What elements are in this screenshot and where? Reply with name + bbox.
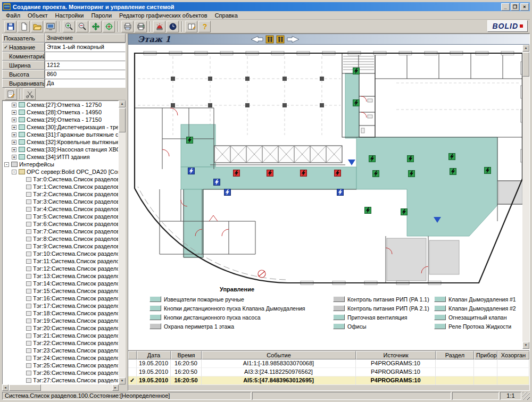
tree-item[interactable]: Тэг:15:Система.Список разделов.40.Состоя… xyxy=(3,287,118,295)
fire-green-marker[interactable] xyxy=(186,137,193,144)
scroll-thumb[interactable] xyxy=(9,384,41,391)
tree-item[interactable]: Тэг:11:Система.Список разделов.31.Состоя… xyxy=(3,257,118,265)
scroll-up-icon[interactable] xyxy=(522,45,529,52)
help-button[interactable]: ? xyxy=(198,21,211,32)
scroll-left-icon[interactable] xyxy=(2,384,9,391)
preview-button[interactable] xyxy=(44,21,56,32)
valve-triangle-marker[interactable] xyxy=(348,160,355,165)
tree-toggle[interactable]: - xyxy=(12,170,16,174)
menu-item[interactable]: Редактор графических объектов xyxy=(115,12,211,19)
edit-scheme-button[interactable] xyxy=(5,88,17,100)
legend-swatch[interactable] xyxy=(434,296,446,302)
scroll-up-icon[interactable] xyxy=(119,100,126,107)
menu-item[interactable]: Настройки xyxy=(52,12,88,19)
tree-item[interactable]: Тэг:9:Система.Список разделов.23.Состоян… xyxy=(3,242,118,250)
event-row[interactable]: 19.05.2010 16:20:50 AI3:3:[24.1182250976… xyxy=(128,368,529,376)
tree-item[interactable]: Тэг:14:Система.Список разделов.34.Состоя… xyxy=(3,280,118,287)
legend-swatch[interactable] xyxy=(434,305,446,311)
legend-swatch[interactable] xyxy=(333,314,345,320)
tree-item[interactable]: Тэг:23:Система.Список разделов.53.Состоя… xyxy=(3,347,118,354)
export-button[interactable] xyxy=(121,21,134,32)
menu-item[interactable]: Файл xyxy=(2,12,24,19)
column-header-event[interactable]: Событие xyxy=(202,351,356,359)
tree-item[interactable]: Тэг:2:Система.Список разделов.3.Состояни… xyxy=(3,190,118,198)
tree-item[interactable]: Тэг:20:Система.Список разделов.50.Состоя… xyxy=(3,324,118,332)
journal-button[interactable] xyxy=(185,21,197,32)
property-value[interactable] xyxy=(45,52,126,61)
alarm-button[interactable] xyxy=(153,21,165,32)
tree-item[interactable]: - OPC сервер:Bolid OPC_DA20 [CoreOrion O… xyxy=(3,168,118,175)
tree-item[interactable]: Тэг:25:Система.Список разделов.60.Состоя… xyxy=(3,362,118,369)
fire-green-marker[interactable] xyxy=(448,153,455,160)
tree-item[interactable]: Тэг:13:Система.Список разделов.33.Состоя… xyxy=(3,272,118,280)
legend-swatch[interactable] xyxy=(149,323,161,329)
tree-item[interactable]: Тэг:12:Система.Список разделов.32.Состоя… xyxy=(3,265,118,272)
legend-swatch[interactable] xyxy=(333,323,345,329)
fire-green-marker[interactable] xyxy=(407,155,414,162)
tree-toggle[interactable]: + xyxy=(12,118,16,122)
fire-red-marker[interactable] xyxy=(233,170,240,177)
tree-item[interactable]: Тэг:0:Система.Список разделов.1.Состояни… xyxy=(3,175,118,183)
tree-toggle[interactable]: - xyxy=(4,162,9,167)
resize-grip[interactable] xyxy=(522,392,530,400)
legend-swatch[interactable] xyxy=(149,305,161,311)
device-blue-marker[interactable] xyxy=(213,179,220,186)
tree-item[interactable]: Тэг:17:Система.Список разделов.42.Состоя… xyxy=(3,302,118,309)
tree-item[interactable]: Тэг:3:Система.Список разделов.10.Состоян… xyxy=(3,198,118,205)
scroll-down-icon[interactable] xyxy=(522,342,529,349)
event-row[interactable]: 19.05.2010 16:20:50 AI1:1:[-18.985830307… xyxy=(128,359,529,368)
close-button[interactable]: × xyxy=(520,3,529,11)
scroll-thumb[interactable] xyxy=(522,52,529,77)
nav-left-arrow-icon[interactable] xyxy=(251,36,263,43)
plan-vertical-scrollbar[interactable] xyxy=(522,45,529,349)
legend-swatch[interactable] xyxy=(333,305,345,311)
tree-item[interactable]: + Схема:[30]:Диспетчеризация - тревоги и… xyxy=(3,123,118,131)
tree-vertical-scrollbar[interactable] xyxy=(119,100,126,384)
tree-item[interactable]: Тэг:7:Система.Список разделов.21.Состоян… xyxy=(3,228,118,235)
tree-horizontal-scrollbar[interactable] xyxy=(2,384,119,391)
menu-item[interactable]: Пароли xyxy=(87,12,115,19)
column-header-source[interactable]: Источник xyxy=(356,351,436,359)
legend-swatch[interactable] xyxy=(434,323,446,329)
property-value[interactable]: 860 xyxy=(45,70,126,79)
tree-item[interactable]: Тэг:19:Система.Список разделов.44.Состоя… xyxy=(3,317,118,324)
menu-item[interactable]: Справка xyxy=(211,12,242,19)
tree-item[interactable]: + Схема:[28]:Отметка - 14950 xyxy=(3,108,118,116)
fire-green-marker[interactable] xyxy=(408,170,415,177)
property-value[interactable]: Да xyxy=(45,79,126,88)
tree-item[interactable]: Тэг:27:Система.Список разделов.101.Состо… xyxy=(3,376,118,384)
nav-right-arrow-icon[interactable] xyxy=(287,36,300,43)
zoom-in-button[interactable] xyxy=(63,21,75,32)
column-header-time[interactable]: Время xyxy=(171,351,202,359)
center-view-button[interactable] xyxy=(103,21,115,32)
fire-green-marker[interactable] xyxy=(369,155,376,162)
tree-item[interactable]: Тэг:6:Система.Список разделов.20.Состоян… xyxy=(3,220,118,228)
tree-item[interactable]: + Схема:[29]:Отметка - 17150 xyxy=(3,116,118,123)
floor-plan-canvas[interactable]: Управление Извещатели пожарные ручные Кн… xyxy=(128,45,523,349)
property-value[interactable]: 1212 xyxy=(45,61,126,70)
minimize-button[interactable]: _ xyxy=(501,3,510,11)
tree-item[interactable]: Тэг:24:Система.Список разделов.54.Состоя… xyxy=(3,354,118,362)
legend-swatch[interactable] xyxy=(434,314,446,320)
fire-red-marker[interactable] xyxy=(267,170,273,177)
fire-green-marker[interactable] xyxy=(484,167,491,174)
save-button[interactable] xyxy=(4,21,16,32)
scroll-thumb[interactable] xyxy=(119,108,126,132)
tree-item[interactable]: + Схема:[32]:Кровельные вытяжные системы xyxy=(3,138,118,146)
scroll-down-icon[interactable] xyxy=(119,378,126,384)
tree-item[interactable]: Тэг:10:Система.Список разделов.30.Состоя… xyxy=(3,250,118,257)
tree-item[interactable]: Тэг:22:Система.Список разделов.52.Состоя… xyxy=(3,339,118,347)
tree-item[interactable]: Тэг:8:Система.Список разделов.22.Состоян… xyxy=(3,235,118,242)
tree-item[interactable]: + Схема:[34]:ИТП здания xyxy=(3,153,118,161)
cut-button[interactable] xyxy=(23,88,36,100)
device-blue-marker[interactable] xyxy=(188,168,195,174)
tree-item[interactable]: Тэг:4:Система.Список разделов.11.Состоян… xyxy=(3,205,118,213)
column-header-date[interactable]: Дата xyxy=(137,351,171,359)
tree-item[interactable]: Тэг:21:Система.Список разделов.51.Состоя… xyxy=(3,332,118,339)
device-blue-marker[interactable] xyxy=(337,189,344,196)
tree-toggle[interactable]: + xyxy=(12,103,16,107)
maximize-button[interactable]: ❐ xyxy=(511,3,519,11)
tree-toggle[interactable]: + xyxy=(12,140,16,145)
tree-item[interactable]: Тэг:18:Система.Список разделов.43.Состоя… xyxy=(3,309,118,317)
legend-swatch[interactable] xyxy=(333,296,345,302)
